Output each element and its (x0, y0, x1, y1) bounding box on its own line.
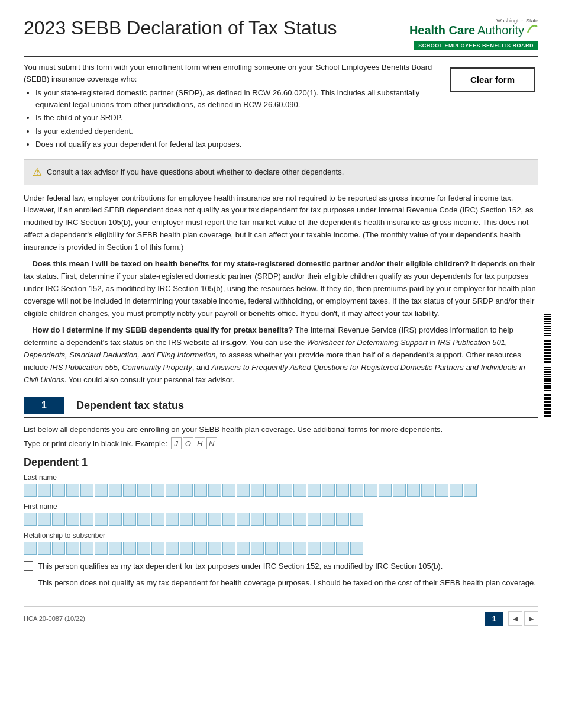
last-name-cell-5[interactable] (80, 484, 93, 497)
checkbox-row-2: This person does not qualify as my tax d… (24, 577, 538, 589)
last-name-cell-23[interactable] (336, 484, 349, 497)
last-name-cell-20[interactable] (293, 484, 306, 497)
relationship-cell-1[interactable] (24, 542, 37, 555)
first-name-cell-10[interactable] (151, 513, 164, 526)
relationship-cell-19[interactable] (279, 542, 292, 555)
relationship-cells[interactable] (24, 542, 538, 555)
first-name-cell-22[interactable] (322, 513, 335, 526)
relationship-cell-7[interactable] (109, 542, 122, 555)
relationship-cell-5[interactable] (80, 542, 93, 555)
last-name-cell-24[interactable] (350, 484, 363, 497)
last-name-cell-25[interactable] (364, 484, 377, 497)
prev-page-button[interactable]: ◀ (508, 611, 522, 626)
first-name-cell-11[interactable] (166, 513, 179, 526)
last-name-cell-17[interactable] (251, 484, 264, 497)
relationship-cell-17[interactable] (251, 542, 264, 555)
first-name-cell-23[interactable] (336, 513, 349, 526)
last-name-cell-1[interactable] (24, 484, 37, 497)
last-name-cell-10[interactable] (151, 484, 164, 497)
last-name-cell-12[interactable] (180, 484, 193, 497)
irs-gov-link[interactable]: irs.gov (221, 338, 246, 347)
example-letters: J O H N (171, 437, 217, 449)
last-name-cell-21[interactable] (308, 484, 321, 497)
first-name-cell-18[interactable] (265, 513, 278, 526)
relationship-cell-13[interactable] (194, 542, 207, 555)
section-header: 1 Dependent tax status (24, 397, 538, 418)
last-name-cell-18[interactable] (265, 484, 278, 497)
footer-nav-arrows[interactable]: ◀ ▶ (508, 611, 538, 626)
last-name-cell-13[interactable] (194, 484, 207, 497)
relationship-cell-10[interactable] (151, 542, 164, 555)
last-name-cell-8[interactable] (123, 484, 136, 497)
first-name-cell-6[interactable] (95, 513, 108, 526)
relationship-cell-9[interactable] (137, 542, 150, 555)
first-name-cell-12[interactable] (180, 513, 193, 526)
last-name-cell-26[interactable] (379, 484, 392, 497)
first-name-cell-2[interactable] (38, 513, 51, 526)
relationship-cell-24[interactable] (350, 542, 363, 555)
relationship-cell-20[interactable] (293, 542, 306, 555)
bullet-1: Is your state-registered domestic partne… (35, 87, 435, 110)
relationship-cell-4[interactable] (66, 542, 79, 555)
first-name-cell-3[interactable] (52, 513, 65, 526)
first-name-cell-21[interactable] (308, 513, 321, 526)
last-name-cell-11[interactable] (166, 484, 179, 497)
checkbox-1[interactable] (24, 561, 33, 571)
next-page-button[interactable]: ▶ (524, 611, 538, 626)
last-name-cell-2[interactable] (38, 484, 51, 497)
first-name-cell-15[interactable] (222, 513, 235, 526)
intro-paragraph: You must submit this form with your enro… (24, 62, 435, 85)
first-name-cell-7[interactable] (109, 513, 122, 526)
relationship-cell-2[interactable] (38, 542, 51, 555)
first-name-cell-4[interactable] (66, 513, 79, 526)
relationship-cell-22[interactable] (322, 542, 335, 555)
last-name-cell-27[interactable] (393, 484, 406, 497)
first-name-cell-17[interactable] (251, 513, 264, 526)
first-name-cell-5[interactable] (80, 513, 93, 526)
relationship-cell-11[interactable] (166, 542, 179, 555)
warning-icon: ⚠ (33, 166, 42, 179)
last-name-cell-30[interactable] (435, 484, 448, 497)
relationship-cell-16[interactable] (237, 542, 250, 555)
first-name-cell-1[interactable] (24, 513, 37, 526)
relationship-cell-12[interactable] (180, 542, 193, 555)
first-name-cell-13[interactable] (194, 513, 207, 526)
last-name-cell-32[interactable] (464, 484, 477, 497)
relationship-cell-8[interactable] (123, 542, 136, 555)
relationship-cell-18[interactable] (265, 542, 278, 555)
first-name-cells[interactable] (24, 513, 538, 526)
first-name-cell-8[interactable] (123, 513, 136, 526)
relationship-cell-3[interactable] (52, 542, 65, 555)
first-name-cell-16[interactable] (237, 513, 250, 526)
last-name-cell-7[interactable] (109, 484, 122, 497)
checkbox-row-1: This person qualifies as my tax dependen… (24, 561, 538, 572)
relationship-cell-6[interactable] (95, 542, 108, 555)
last-name-cell-3[interactable] (52, 484, 65, 497)
last-name-cell-29[interactable] (421, 484, 434, 497)
first-name-cell-19[interactable] (279, 513, 292, 526)
first-name-cell-20[interactable] (293, 513, 306, 526)
first-name-cell-14[interactable] (208, 513, 221, 526)
clear-form-button[interactable]: Clear form (450, 67, 535, 92)
example-label: Type or print clearly in black ink. Exam… (24, 439, 167, 448)
last-name-cell-19[interactable] (279, 484, 292, 497)
last-name-cell-6[interactable] (95, 484, 108, 497)
relationship-cell-23[interactable] (336, 542, 349, 555)
last-name-cell-22[interactable] (322, 484, 335, 497)
relationship-cell-15[interactable] (222, 542, 235, 555)
last-name-cell-14[interactable] (208, 484, 221, 497)
last-name-cell-15[interactable] (222, 484, 235, 497)
last-name-cell-9[interactable] (137, 484, 150, 497)
last-name-cell-28[interactable] (407, 484, 420, 497)
last-name-cells[interactable] (24, 484, 538, 497)
first-name-cell-9[interactable] (137, 513, 150, 526)
relationship-cell-21[interactable] (308, 542, 321, 555)
last-name-cell-4[interactable] (66, 484, 79, 497)
checkbox-2[interactable] (24, 578, 33, 587)
last-name-cell-31[interactable] (450, 484, 463, 497)
footer: HCA 20-0087 (10/22) 1 ◀ ▶ (24, 606, 538, 626)
relationship-label: Relationship to subscriber (24, 531, 538, 540)
last-name-cell-16[interactable] (237, 484, 250, 497)
relationship-cell-14[interactable] (208, 542, 221, 555)
first-name-cell-24[interactable] (350, 513, 363, 526)
